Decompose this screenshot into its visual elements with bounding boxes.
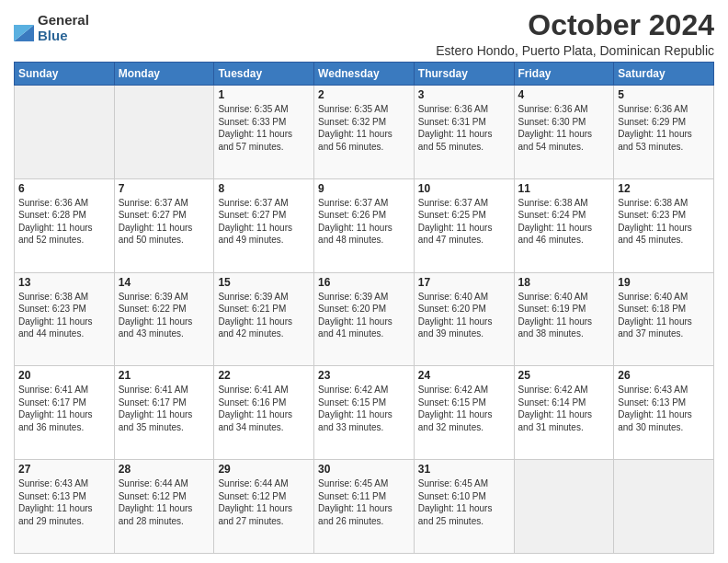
logo-general: General [38,13,89,29]
day-info: Sunrise: 6:41 AMSunset: 6:17 PMDaylight:… [119,384,210,433]
calendar-cell: 4Sunrise: 6:36 AMSunset: 6:30 PMDaylight… [514,86,614,179]
day-info: Sunrise: 6:40 AMSunset: 6:19 PMDaylight:… [518,291,610,340]
day-number: 2 [318,88,410,101]
day-info: Sunrise: 6:39 AMSunset: 6:22 PMDaylight:… [119,291,210,340]
day-number: 17 [418,276,510,289]
calendar-dow-tuesday: Tuesday [214,63,314,86]
day-info: Sunrise: 6:42 AMSunset: 6:15 PMDaylight:… [318,384,410,433]
calendar-cell: 11Sunrise: 6:38 AMSunset: 6:24 PMDayligh… [514,178,614,272]
day-number: 4 [518,88,610,101]
calendar-cell: 15Sunrise: 6:39 AMSunset: 6:21 PMDayligh… [214,272,314,366]
day-info: Sunrise: 6:41 AMSunset: 6:17 PMDaylight:… [18,384,110,433]
day-info: Sunrise: 6:37 AMSunset: 6:25 PMDaylight:… [418,197,510,247]
day-number: 5 [618,88,710,101]
day-number: 29 [218,463,310,476]
calendar-cell [15,86,115,179]
day-number: 21 [119,369,210,382]
day-info: Sunrise: 6:37 AMSunset: 6:27 PMDaylight:… [119,197,210,247]
calendar-dow-saturday: Saturday [614,63,714,86]
calendar-cell: 26Sunrise: 6:43 AMSunset: 6:13 PMDayligh… [614,366,714,460]
calendar-cell: 3Sunrise: 6:36 AMSunset: 6:31 PMDaylight… [414,86,514,179]
day-info: Sunrise: 6:40 AMSunset: 6:20 PMDaylight:… [418,291,510,340]
calendar-week-5: 27Sunrise: 6:43 AMSunset: 6:13 PMDayligh… [15,460,714,554]
calendar-cell: 30Sunrise: 6:45 AMSunset: 6:11 PMDayligh… [314,460,415,554]
day-number: 16 [318,276,410,289]
calendar-week-1: 1Sunrise: 6:35 AMSunset: 6:33 PMDaylight… [15,86,714,179]
calendar-cell: 5Sunrise: 6:36 AMSunset: 6:29 PMDaylight… [614,86,714,179]
calendar-cell [514,460,614,554]
calendar-cell: 13Sunrise: 6:38 AMSunset: 6:23 PMDayligh… [15,272,115,366]
calendar-cell: 21Sunrise: 6:41 AMSunset: 6:17 PMDayligh… [114,366,214,460]
day-number: 23 [318,369,410,382]
logo: General Blue [14,13,89,43]
calendar-cell: 10Sunrise: 6:37 AMSunset: 6:25 PMDayligh… [414,178,514,272]
calendar-cell: 6Sunrise: 6:36 AMSunset: 6:28 PMDaylight… [15,178,115,272]
day-number: 25 [518,369,610,382]
day-number: 27 [18,463,110,476]
day-info: Sunrise: 6:41 AMSunset: 6:16 PMDaylight:… [218,384,310,433]
day-info: Sunrise: 6:44 AMSunset: 6:12 PMDaylight:… [119,477,210,527]
day-info: Sunrise: 6:35 AMSunset: 6:32 PMDaylight:… [318,103,410,153]
day-info: Sunrise: 6:45 AMSunset: 6:10 PMDaylight:… [418,477,510,527]
day-number: 22 [218,369,310,382]
day-number: 15 [218,276,310,289]
calendar-cell: 7Sunrise: 6:37 AMSunset: 6:27 PMDaylight… [114,178,214,272]
day-number: 12 [618,182,710,195]
day-number: 26 [618,369,710,382]
day-info: Sunrise: 6:37 AMSunset: 6:26 PMDaylight:… [318,197,410,247]
subtitle: Estero Hondo, Puerto Plata, Dominican Re… [436,43,714,58]
calendar-dow-thursday: Thursday [414,63,514,86]
day-number: 18 [518,276,610,289]
logo-icon [14,16,34,41]
day-number: 9 [318,182,410,195]
day-info: Sunrise: 6:45 AMSunset: 6:11 PMDaylight:… [318,477,410,527]
calendar-cell: 19Sunrise: 6:40 AMSunset: 6:18 PMDayligh… [614,272,714,366]
calendar-cell: 12Sunrise: 6:38 AMSunset: 6:23 PMDayligh… [614,178,714,272]
day-info: Sunrise: 6:42 AMSunset: 6:15 PMDaylight:… [418,384,510,433]
calendar-cell: 17Sunrise: 6:40 AMSunset: 6:20 PMDayligh… [414,272,514,366]
calendar-table: SundayMondayTuesdayWednesdayThursdayFrid… [14,62,714,554]
day-number: 19 [618,276,710,289]
day-number: 30 [318,463,410,476]
day-number: 6 [18,182,110,195]
day-info: Sunrise: 6:44 AMSunset: 6:12 PMDaylight:… [218,477,310,527]
calendar-cell: 14Sunrise: 6:39 AMSunset: 6:22 PMDayligh… [114,272,214,366]
calendar-cell: 9Sunrise: 6:37 AMSunset: 6:26 PMDaylight… [314,178,415,272]
calendar-cell: 20Sunrise: 6:41 AMSunset: 6:17 PMDayligh… [15,366,115,460]
day-info: Sunrise: 6:37 AMSunset: 6:27 PMDaylight:… [218,197,310,247]
calendar-cell: 8Sunrise: 6:37 AMSunset: 6:27 PMDaylight… [214,178,314,272]
calendar-dow-sunday: Sunday [15,63,115,86]
page: General Blue October 2024 Estero Hondo, … [0,0,728,563]
calendar-cell: 23Sunrise: 6:42 AMSunset: 6:15 PMDayligh… [314,366,415,460]
day-info: Sunrise: 6:38 AMSunset: 6:23 PMDaylight:… [18,291,110,340]
day-number: 28 [119,463,210,476]
calendar-dow-friday: Friday [514,63,614,86]
calendar-cell: 22Sunrise: 6:41 AMSunset: 6:16 PMDayligh… [214,366,314,460]
day-number: 11 [518,182,610,195]
calendar-dow-wednesday: Wednesday [314,63,415,86]
day-number: 7 [119,182,210,195]
calendar-cell: 18Sunrise: 6:40 AMSunset: 6:19 PMDayligh… [514,272,614,366]
day-info: Sunrise: 6:39 AMSunset: 6:21 PMDaylight:… [218,291,310,340]
day-info: Sunrise: 6:36 AMSunset: 6:31 PMDaylight:… [418,103,510,153]
calendar-cell: 28Sunrise: 6:44 AMSunset: 6:12 PMDayligh… [114,460,214,554]
day-info: Sunrise: 6:40 AMSunset: 6:18 PMDaylight:… [618,291,710,340]
calendar-cell: 31Sunrise: 6:45 AMSunset: 6:10 PMDayligh… [414,460,514,554]
day-number: 20 [18,369,110,382]
day-number: 3 [418,88,510,101]
day-number: 24 [418,369,510,382]
calendar-week-3: 13Sunrise: 6:38 AMSunset: 6:23 PMDayligh… [15,272,714,366]
day-info: Sunrise: 6:36 AMSunset: 6:28 PMDaylight:… [18,197,110,247]
title-block: October 2024 Estero Hondo, Puerto Plata,… [436,9,714,58]
header: General Blue October 2024 Estero Hondo, … [14,9,714,58]
calendar-cell [614,460,714,554]
day-number: 13 [18,276,110,289]
day-number: 1 [218,88,310,101]
day-number: 31 [418,463,510,476]
calendar-cell: 27Sunrise: 6:43 AMSunset: 6:13 PMDayligh… [15,460,115,554]
logo-blue: Blue [38,29,89,44]
calendar-week-2: 6Sunrise: 6:36 AMSunset: 6:28 PMDaylight… [15,178,714,272]
calendar-dow-monday: Monday [114,63,214,86]
day-info: Sunrise: 6:36 AMSunset: 6:30 PMDaylight:… [518,103,610,153]
day-info: Sunrise: 6:38 AMSunset: 6:24 PMDaylight:… [518,197,610,247]
